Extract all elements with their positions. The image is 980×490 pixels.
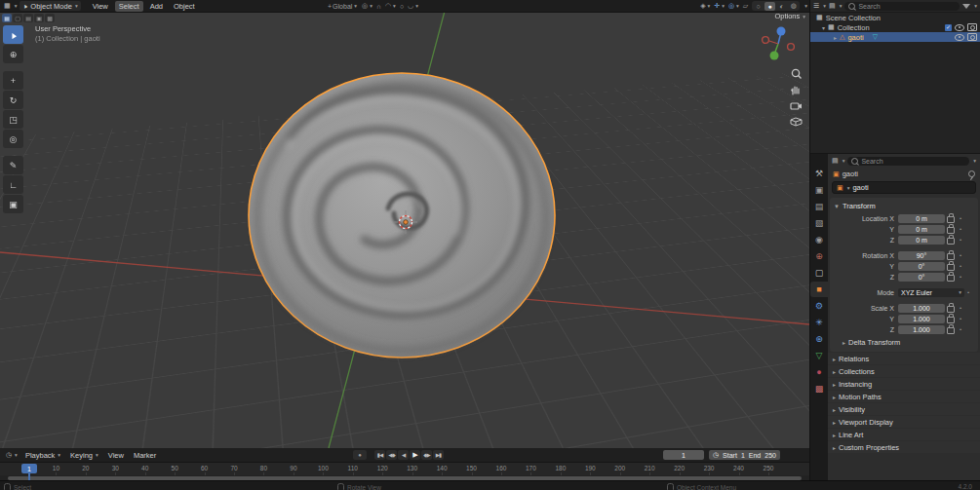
shading-material-preview[interactable]: ◐ <box>776 2 787 11</box>
hide-in-viewport-toggle[interactable] <box>955 34 964 41</box>
transform-orientation-dropdown[interactable]: + Global▾ <box>328 3 357 10</box>
properties-editor-icon[interactable]: ▤ <box>832 157 839 165</box>
panel-delta-transform[interactable]: ▸Delta Transform <box>838 336 978 348</box>
lock-icon[interactable] <box>947 327 955 334</box>
tool-add-cube[interactable]: ▣ <box>3 195 23 213</box>
tab-tool-properties[interactable]: ⚒ <box>810 166 828 181</box>
properties-options-caret[interactable]: ▾ <box>973 158 976 164</box>
lock-icon[interactable] <box>947 238 955 245</box>
shading-rendered[interactable]: ◍ <box>788 2 799 11</box>
tab-output-properties[interactable]: ▤ <box>810 199 828 214</box>
navigation-gizmo[interactable] <box>759 23 798 62</box>
timeline-menu-keying[interactable]: Keying▾ <box>70 451 98 460</box>
tool-move[interactable]: + <box>3 71 23 90</box>
mode-dropdown[interactable]: ▲ Object Mode ▾ <box>20 1 80 11</box>
mode-icon-5[interactable]: ▩ <box>45 14 55 22</box>
lock-icon[interactable] <box>947 227 955 234</box>
value-field[interactable]: 1.000 <box>898 304 945 313</box>
outliner-row-collection[interactable]: ▾▦Collection✓ <box>810 22 980 32</box>
gizmo-z-axis[interactable] <box>777 27 786 36</box>
play-reverse-button[interactable]: ◀ <box>398 450 409 460</box>
panel-instancing[interactable]: ▸Instancing <box>828 378 980 390</box>
gizmo-y-axis[interactable] <box>770 52 779 60</box>
show-gizmo-dropdown[interactable]: ◈▾ <box>700 2 710 10</box>
next-keyframe-button[interactable]: ◆▶ <box>421 450 432 460</box>
lock-icon[interactable] <box>947 306 955 313</box>
timeline-menu-view[interactable]: View <box>108 451 124 460</box>
panel-collections[interactable]: ▸Collections <box>828 365 980 377</box>
value-field[interactable]: 0° <box>898 262 945 271</box>
menu-object[interactable]: Object <box>170 1 199 12</box>
animate-decorator[interactable]: • <box>957 305 964 311</box>
animate-decorator[interactable]: • <box>957 274 964 280</box>
tab-particles-properties[interactable]: ✳ <box>810 315 828 330</box>
proportional-falloff[interactable]: ◡▾ <box>408 2 418 10</box>
lock-icon[interactable] <box>947 317 955 323</box>
panel-motion-paths[interactable]: ▸Motion Paths <box>828 391 980 402</box>
editor-type-caret[interactable]: ▾ <box>15 3 18 9</box>
mesh-object-gaoti[interactable] <box>249 73 555 358</box>
expand-caret[interactable]: ▾ <box>822 24 825 31</box>
panel-visibility[interactable]: ▸Visibility <box>828 403 980 415</box>
mode-icon-1[interactable]: ▦ <box>2 14 12 22</box>
gizmo-x-axis[interactable] <box>788 44 795 51</box>
animate-decorator[interactable]: • <box>957 226 964 232</box>
frame-range-fields[interactable]: ◷ Start 1 End 250 <box>709 450 780 460</box>
auto-keying-button[interactable]: ● <box>353 450 367 460</box>
tab-object-properties[interactable]: ■ <box>810 282 828 297</box>
hide-in-viewport-toggle[interactable] <box>955 24 964 31</box>
animate-decorator[interactable]: • <box>964 289 972 295</box>
outliner-row-object-gaoti[interactable]: ▸△gaoti▽ <box>810 32 980 42</box>
gizmos-toggle[interactable]: ✛▾ <box>714 2 725 10</box>
playhead[interactable]: 1 <box>21 464 37 473</box>
filter-icon[interactable] <box>962 4 970 9</box>
tab-material-properties[interactable]: ● <box>810 364 828 380</box>
outliner-editor-icon[interactable]: ☰ <box>813 2 819 10</box>
properties-search-input[interactable]: Search <box>847 157 969 166</box>
tool-transform[interactable]: ◎ <box>3 130 23 148</box>
tab-collection-properties[interactable]: ▢ <box>810 265 828 281</box>
tool-select-box[interactable]: ▲ <box>3 25 23 44</box>
value-field[interactable]: 0 m <box>898 236 945 245</box>
gizmo-x-neg-axis[interactable] <box>763 37 769 44</box>
editor-type-icon[interactable]: ▦ <box>4 2 11 10</box>
scene-canvas[interactable] <box>0 0 809 448</box>
proportional-editing[interactable]: ○ <box>400 2 404 10</box>
panel-custom-properties[interactable]: ▸Custom Properties <box>828 441 980 453</box>
tool-cursor[interactable]: ⊕ <box>3 45 23 63</box>
lock-icon[interactable] <box>947 275 955 282</box>
animate-decorator[interactable]: • <box>957 316 964 321</box>
value-field[interactable]: 0 m <box>898 214 945 223</box>
lock-icon[interactable] <box>947 253 955 260</box>
pivot-point[interactable]: ◎▾ <box>362 2 372 10</box>
panel-viewport-display[interactable]: ▸Viewport Display <box>828 416 980 428</box>
tab-physics-properties[interactable]: ⊛ <box>810 331 828 347</box>
timeline-ruler[interactable]: 1020304050607080901001101201301401501601… <box>0 463 809 475</box>
options-dropdown[interactable]: Options▾ <box>774 12 805 20</box>
expand-caret[interactable]: ▸ <box>834 34 837 41</box>
overlays-toggle[interactable]: ◎▾ <box>728 2 739 10</box>
animate-decorator[interactable]: • <box>957 215 964 221</box>
toggle-ortho-icon[interactable] <box>789 115 804 128</box>
outliner-display-mode-icon[interactable]: ▤ <box>829 2 836 10</box>
snap-magnet[interactable]: ∩ <box>376 2 381 10</box>
panel-relations[interactable]: ▸Relations <box>828 353 980 364</box>
shading-dropdown-caret[interactable]: ▾ <box>804 3 807 9</box>
prev-keyframe-button[interactable]: ◀◆ <box>386 450 397 460</box>
shading-wireframe[interactable]: ○ <box>753 2 764 11</box>
outliner-row-scene-collection[interactable]: ▦Scene Collection <box>810 13 980 22</box>
disable-in-renders-toggle[interactable] <box>967 23 977 31</box>
animate-decorator[interactable]: • <box>957 237 964 243</box>
animate-decorator[interactable]: • <box>957 326 964 332</box>
panel-line-art[interactable]: ▸Line Art <box>828 429 980 440</box>
lock-icon[interactable] <box>947 216 955 223</box>
value-field[interactable]: 90° <box>898 251 945 260</box>
tab-view-layer-properties[interactable]: ▧ <box>810 215 828 231</box>
pan-view-icon[interactable] <box>789 84 804 96</box>
timeline-menu-marker[interactable]: Marker <box>134 451 156 460</box>
tab-scene-properties[interactable]: ◉ <box>810 232 828 247</box>
pin-icon[interactable] <box>968 170 975 177</box>
tab-modifiers-properties[interactable]: ⚙ <box>810 298 828 314</box>
lock-icon[interactable] <box>947 264 955 271</box>
animate-decorator[interactable]: • <box>957 252 964 258</box>
